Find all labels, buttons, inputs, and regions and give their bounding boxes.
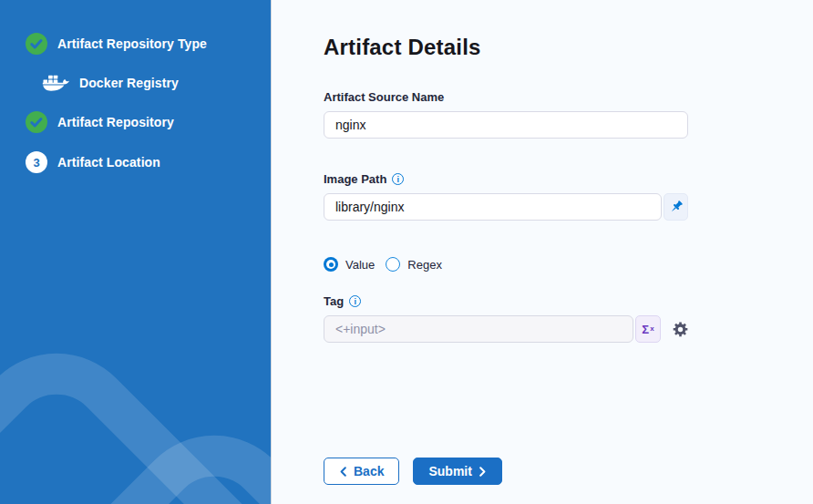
step-artifact-repository[interactable]: Artifact Repository xyxy=(26,111,271,133)
tag-label: Tag xyxy=(324,294,344,308)
step-label: Artifact Repository Type xyxy=(57,36,207,51)
radio-selected-icon xyxy=(324,257,338,272)
radio-value-label: Value xyxy=(345,258,375,272)
chevron-right-icon xyxy=(479,467,487,477)
tag-type-radio-group: Value Regex xyxy=(324,257,813,272)
step-artifact-location[interactable]: 3 Artifact Location xyxy=(26,151,271,173)
step-label: Artifact Repository xyxy=(57,115,174,129)
submit-button[interactable]: Submit xyxy=(413,458,501,485)
radio-value[interactable]: Value xyxy=(324,257,375,272)
tag-input[interactable] xyxy=(324,315,633,343)
tag-field: Tag i Σx xyxy=(324,294,688,343)
step-label: Artifact Location xyxy=(57,155,160,170)
wizard-step-list: Artifact Repository Type xyxy=(0,0,271,173)
check-icon xyxy=(26,111,47,133)
wizard-sidebar: Artifact Repository Type xyxy=(0,0,272,504)
step-docker-registry[interactable]: Docker Registry xyxy=(26,73,271,92)
docker-icon xyxy=(42,73,69,92)
artifact-source-name-input[interactable] xyxy=(324,111,688,139)
expression-button[interactable]: Σx xyxy=(635,315,661,343)
radio-regex-label: Regex xyxy=(407,258,442,272)
sigma-icon: Σ xyxy=(642,323,649,336)
pin-button[interactable] xyxy=(664,193,688,221)
page-title: Artifact Details xyxy=(324,35,813,60)
artifact-wizard-window: Artifact Repository Type xyxy=(0,0,813,504)
image-path-field: Image Path i xyxy=(324,172,688,221)
image-path-label: Image Path xyxy=(324,172,386,186)
radio-regex[interactable]: Regex xyxy=(386,257,442,272)
pin-icon xyxy=(669,200,684,214)
back-button[interactable]: Back xyxy=(324,458,399,485)
step-label: Docker Registry xyxy=(79,76,179,90)
chevron-left-icon xyxy=(339,467,347,477)
submit-button-label: Submit xyxy=(428,464,471,478)
info-icon[interactable]: i xyxy=(349,295,361,307)
radio-unselected-icon xyxy=(386,257,400,272)
step-number-badge: 3 xyxy=(26,151,47,173)
back-button-label: Back xyxy=(354,464,384,478)
check-icon xyxy=(26,33,47,55)
info-icon[interactable]: i xyxy=(392,173,404,185)
image-path-input[interactable] xyxy=(324,193,662,221)
step-artifact-repository-type[interactable]: Artifact Repository Type xyxy=(26,33,271,55)
wizard-actions: Back Submit xyxy=(324,458,813,485)
artifact-details-panel: Artifact Details Artifact Source Name Im… xyxy=(272,0,813,504)
artifact-source-name-field: Artifact Source Name xyxy=(324,90,688,139)
artifact-source-name-label: Artifact Source Name xyxy=(324,90,688,104)
gear-icon[interactable] xyxy=(673,315,688,343)
